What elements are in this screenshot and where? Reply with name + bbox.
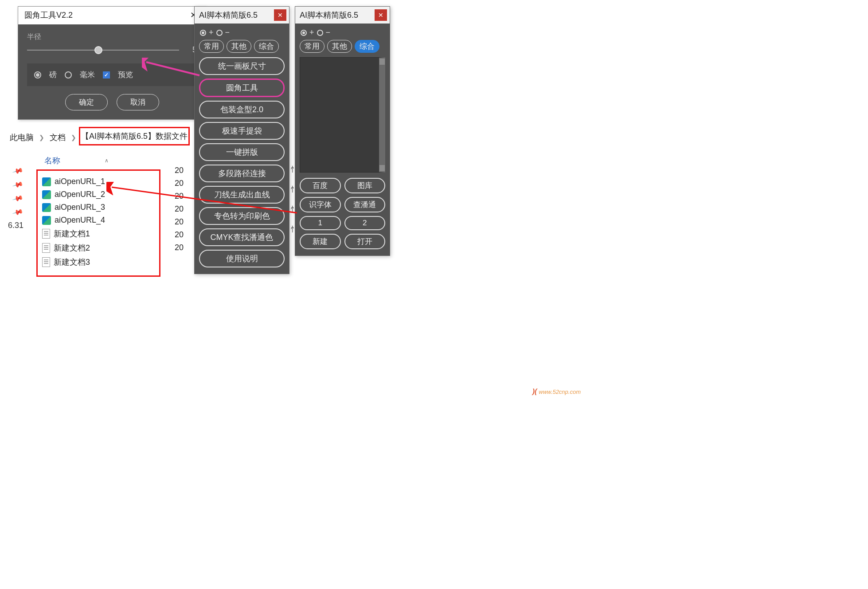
edge-icon — [42, 177, 51, 186]
script-box-template[interactable]: 包装盒型2.0 — [199, 101, 285, 118]
script-list: 统一画板尺寸 圆角工具 包装盒型2.0 极速手提袋 一键拼版 多段路径连接 刀线… — [195, 57, 289, 274]
script-spot-to-process[interactable]: 专色转为印刷色 — [199, 207, 285, 225]
edge-icon — [42, 203, 51, 212]
edge-icon — [42, 216, 51, 225]
link-font-id[interactable]: 识字体 — [300, 197, 341, 212]
script-bleed-lines[interactable]: 刀线生成出血线 — [199, 186, 285, 204]
chevron-right-icon: ❯ — [71, 134, 76, 141]
script-panel-misc: AI脚本精简版6.5 ✕ + − 常用 其他 综合 百度 图库 识字体 查潘通 … — [295, 6, 390, 256]
script-find-pantone[interactable]: CMYK查找潘通色 — [199, 228, 285, 246]
list-item[interactable]: aiOpenURL_3 — [41, 201, 156, 214]
file-list: aiOpenURL_1 aiOpenURL_2 aiOpenURL_3 aiOp… — [36, 169, 160, 277]
radio-plus[interactable] — [301, 30, 307, 36]
pinned-indicators: 📌 📌 📌 📌 — [13, 167, 22, 216]
side-version-label: 6.31 — [8, 221, 23, 230]
rounded-corner-dialog: 圆角工具V2.2 ✕ 半径 5 磅 毫米 ✓ 预览 确定 取消 — [18, 6, 206, 120]
pin-icon: 📌 — [12, 179, 24, 190]
link-slot-1[interactable]: 1 — [300, 216, 341, 230]
dialog-title-text: 圆角工具V2.2 — [24, 10, 73, 20]
script-unify-artboard[interactable]: 统一画板尺寸 — [199, 57, 285, 75]
pin-icon: 📌 — [12, 192, 24, 204]
text-file-icon — [42, 257, 50, 267]
link-new[interactable]: 新建 — [300, 234, 341, 249]
script-layout[interactable]: 一键拼版 — [199, 143, 285, 161]
dialog-buttons: 确定 取消 — [27, 94, 197, 110]
close-icon[interactable]: ✕ — [375, 9, 387, 21]
options-row: 磅 毫米 ✓ 预览 — [27, 63, 197, 86]
mode-toggles: + − — [295, 24, 390, 40]
radio-mm[interactable] — [65, 71, 72, 79]
quick-links-grid: 百度 图库 识字体 查潘通 1 2 新建 打开 — [295, 175, 390, 255]
unit-mm-label: 毫米 — [80, 70, 95, 80]
sort-asc-icon[interactable]: ∧ — [105, 157, 109, 164]
script-join-paths[interactable]: 多段路径连接 — [199, 165, 285, 182]
tab-common[interactable]: 常用 — [300, 40, 325, 53]
modified-column: 20 20 20 20 20 20 20 — [175, 166, 184, 252]
tab-misc[interactable]: 综合 — [355, 40, 379, 53]
ok-button[interactable]: 确定 — [65, 94, 108, 110]
close-icon[interactable]: ✕ — [274, 9, 286, 21]
cancel-button[interactable]: 取消 — [117, 94, 159, 110]
panel-title: AI脚本精简版6.5 — [300, 10, 358, 20]
tab-other[interactable]: 其他 — [227, 40, 251, 53]
radio-pt[interactable] — [34, 71, 41, 79]
mode-toggles: + − — [195, 24, 289, 40]
panel-title: AI脚本精简版6.5 — [199, 10, 258, 20]
radio-minus[interactable] — [317, 30, 323, 36]
pin-icon: 📌 — [12, 206, 24, 218]
watermark: )(www.52cnp.com — [532, 388, 581, 396]
list-item[interactable]: aiOpenURL_2 — [41, 188, 156, 201]
dialog-body: 半径 5 磅 毫米 ✓ 预览 确定 取消 — [18, 24, 206, 119]
link-pantone[interactable]: 查潘通 — [344, 197, 386, 212]
text-file-icon — [42, 229, 50, 239]
link-open[interactable]: 打开 — [344, 234, 386, 249]
script-handbag[interactable]: 极速手提袋 — [199, 122, 285, 140]
crumb-folder[interactable]: 【AI脚本精简版6.5】数据文件 — [81, 131, 188, 141]
tab-row: 常用 其他 综合 — [195, 40, 289, 57]
col-name[interactable]: 名称 — [44, 155, 60, 166]
highlighted-folder: 【AI脚本精简版6.5】数据文件 — [79, 127, 190, 145]
tab-row: 常用 其他 综合 — [295, 40, 390, 57]
link-slot-2[interactable]: 2 — [344, 216, 386, 230]
list-item[interactable]: 新建文档3 — [41, 255, 156, 269]
panel-header[interactable]: AI脚本精简版6.5 ✕ — [295, 7, 390, 24]
script-panel-common: AI脚本精简版6.5 ✕ + − 常用 其他 综合 统一画板尺寸 圆角工具 包装… — [194, 6, 289, 274]
list-item[interactable]: 新建文档1 — [41, 227, 156, 241]
chevron-right-icon: ❯ — [39, 134, 44, 141]
preview-checkbox[interactable]: ✓ — [103, 71, 110, 79]
list-item[interactable]: aiOpenURL_4 — [41, 214, 156, 227]
radius-slider[interactable]: 5 — [27, 45, 197, 55]
pin-icon: 📌 — [12, 165, 24, 177]
dialog-titlebar[interactable]: 圆角工具V2.2 ✕ — [18, 7, 206, 24]
crumb-pc[interactable]: 此电脑 — [10, 132, 34, 143]
link-gallery[interactable]: 图库 — [344, 178, 386, 193]
panel-header[interactable]: AI脚本精简版6.5 ✕ — [195, 7, 289, 24]
link-baidu[interactable]: 百度 — [300, 178, 341, 193]
slider-track[interactable] — [27, 50, 179, 51]
radio-minus[interactable] — [216, 30, 223, 36]
preview-label: 预览 — [118, 70, 133, 80]
tab-misc[interactable]: 综合 — [254, 40, 279, 53]
tab-other[interactable]: 其他 — [327, 40, 352, 53]
breadcrumb[interactable]: 此电脑 ❯ 文档 ❯ — [9, 130, 79, 145]
edge-icon — [42, 190, 51, 199]
script-rounded-corner[interactable]: 圆角工具 — [199, 79, 285, 97]
text-file-icon — [42, 243, 50, 253]
empty-listbox[interactable] — [300, 57, 385, 173]
script-help[interactable]: 使用说明 — [199, 250, 285, 267]
radius-label: 半径 — [27, 32, 197, 42]
unit-pt-label: 磅 — [49, 70, 57, 80]
tab-common[interactable]: 常用 — [199, 40, 224, 53]
list-item[interactable]: aiOpenURL_1 — [41, 175, 156, 188]
crumb-docs[interactable]: 文档 — [50, 132, 66, 143]
slider-thumb[interactable] — [94, 46, 102, 54]
radio-plus[interactable] — [200, 30, 206, 36]
list-item[interactable]: 新建文档2 — [41, 241, 156, 255]
